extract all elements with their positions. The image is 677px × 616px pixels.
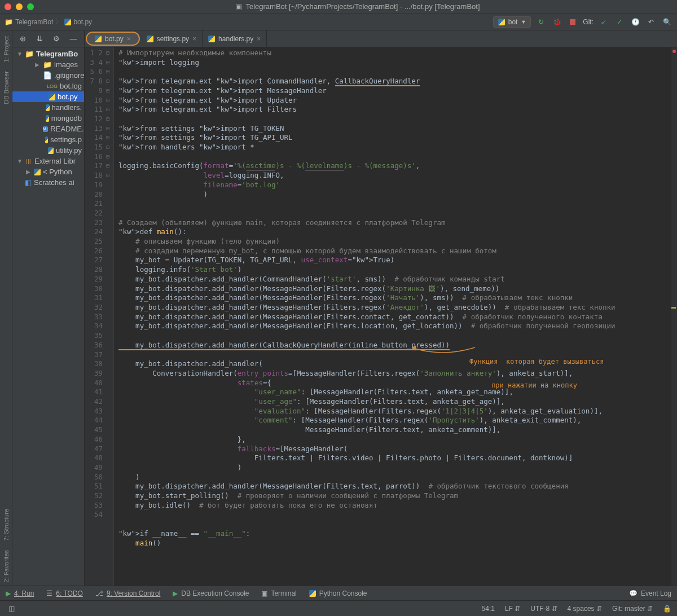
run-configuration-selector[interactable]: bot ▼ <box>493 16 531 28</box>
python-file-icon <box>64 19 71 25</box>
tree-python-env[interactable]: ▶ < Python <box>12 166 84 177</box>
vcs-history-button[interactable]: 🕐 <box>630 16 641 28</box>
structure-tool-tab[interactable]: 7: Structure <box>2 505 11 544</box>
debug-button[interactable]: 🐞 <box>551 16 562 28</box>
python-file-icon <box>208 36 215 42</box>
tree-external-libs[interactable]: ▼⫼ External Libr <box>12 156 84 166</box>
vcs-revert-button[interactable]: ↶ <box>645 16 657 28</box>
error-stripe[interactable] <box>671 47 677 586</box>
left-tool-gutter: 1: Project DB Browser 7: Structure 2: Fa… <box>0 30 12 586</box>
tool-python-console[interactable]: Python Console <box>309 589 367 597</box>
tool-db[interactable]: ▶DB Execution Console <box>173 589 249 597</box>
close-window-button[interactable] <box>5 3 11 10</box>
editor-body[interactable]: 1 2 3 4 5 6 7 8 9 10 11 12 13 14 15 16 1… <box>85 47 677 586</box>
close-tab-icon[interactable]: × <box>192 35 196 43</box>
locate-icon[interactable]: ⊕ <box>17 33 28 45</box>
settings-icon[interactable]: ⚙ <box>51 33 62 45</box>
tree-scratches[interactable]: ◧ Scratches ai <box>12 177 84 188</box>
tree-item[interactable]: 📄.gitignore <box>12 70 84 81</box>
editor-tab[interactable]: handlers.py× <box>203 30 267 47</box>
line-number-gutter: 1 2 3 4 5 6 7 8 9 10 11 12 13 14 15 16 1… <box>85 47 106 586</box>
breadcrumb-file[interactable]: bot.py <box>64 18 92 26</box>
code-annotation: Функция которая будет вызываться при наж… <box>469 342 599 405</box>
maximize-window-button[interactable] <box>27 3 34 10</box>
window-title: ▣ TelegramBot [~/PycharmProjects/Telegra… <box>43 2 672 11</box>
tool-event-log[interactable]: 💬Event Log <box>629 589 671 597</box>
breadcrumb-project[interactable]: 📁 TelegramBot <box>5 18 53 26</box>
tool-vcs[interactable]: ⎇9: Version Control <box>95 589 160 597</box>
vcs-commit-button[interactable]: ✓ <box>614 16 625 28</box>
python-file-icon <box>95 36 102 42</box>
status-caret-position[interactable]: 54:1 <box>482 605 495 613</box>
git-label: Git: <box>583 18 594 26</box>
tree-item[interactable]: mongodb <box>12 113 84 124</box>
close-tab-icon[interactable]: × <box>257 35 261 43</box>
tool-todo[interactable]: ☰6: TODO <box>46 589 83 597</box>
tree-toolbar: ⊕ ⇊ ⚙ — <box>12 30 84 47</box>
tree-item[interactable]: handlers. <box>12 102 84 113</box>
tree-root[interactable]: ▼📁 TelegramBo <box>12 49 84 59</box>
python-file-icon <box>147 36 153 42</box>
tree-item[interactable]: bot.py <box>12 91 84 102</box>
breadcrumb: 📁 TelegramBot 〉 bot.py <box>5 17 92 27</box>
collapse-icon[interactable]: ⇊ <box>34 33 45 45</box>
project-tree-panel: ⊕ ⇊ ⚙ — ▼📁 TelegramBo ▶📁images📄.gitignor… <box>12 30 85 586</box>
python-icon <box>498 19 505 25</box>
status-indent[interactable]: 4 spaces ⇵ <box>568 605 602 613</box>
vcs-update-button[interactable]: ↙ <box>598 16 609 28</box>
editor-tab[interactable]: settings.py× <box>141 30 203 47</box>
status-encoding[interactable]: UTF-8 ⇵ <box>530 605 557 613</box>
editor-tabs: bot.py×settings.py×handlers.py× <box>85 30 677 47</box>
status-windows-icon[interactable]: ◫ <box>6 603 17 614</box>
minimize-window-button[interactable] <box>16 3 23 10</box>
bottom-tool-bar: ▶4: Run ☰6: TODO ⎇9: Version Control ▶DB… <box>0 586 677 600</box>
tree-content: ▼📁 TelegramBo ▶📁images📄.gitignoreLOGbot.… <box>12 47 84 189</box>
tree-item[interactable]: ▶📁images <box>12 59 84 70</box>
search-everywhere-button[interactable]: 🔍 <box>661 16 672 28</box>
editor-tab[interactable]: bot.py× <box>86 32 140 46</box>
tree-item[interactable]: M↓README. <box>12 124 84 134</box>
tool-run[interactable]: ▶4: Run <box>6 589 34 597</box>
project-tool-tab[interactable]: 1: Project <box>2 33 11 65</box>
tree-item[interactable]: settings.p <box>12 134 84 145</box>
favorites-tool-tab[interactable]: 2: Favorites <box>2 547 11 586</box>
run-button[interactable]: ↻ <box>535 16 547 28</box>
status-line-separator[interactable]: LF ⇵ <box>505 605 520 613</box>
stop-button[interactable] <box>567 16 578 28</box>
editor-area: bot.py×settings.py×handlers.py× 1 2 3 4 … <box>85 30 677 586</box>
chevron-down-icon: ▼ <box>521 19 526 25</box>
close-tab-icon[interactable]: × <box>127 35 131 43</box>
db-browser-tool-tab[interactable]: DB Browser <box>2 68 11 108</box>
window-controls <box>5 3 34 10</box>
status-bar: ◫ 54:1 LF ⇵ UTF-8 ⇵ 4 spaces ⇵ Git: mast… <box>0 600 677 616</box>
tree-item[interactable]: LOGbot.log <box>12 81 84 91</box>
status-git-branch[interactable]: Git: master ⇵ <box>612 605 653 613</box>
breadcrumb-separator: 〉 <box>55 17 62 27</box>
folder-icon: 📁 <box>5 18 13 26</box>
title-bar: ▣ TelegramBot [~/PycharmProjects/Telegra… <box>0 0 677 14</box>
navigation-bar: 📁 TelegramBot 〉 bot.py bot ▼ ↻ 🐞 Git: ↙ … <box>0 14 677 30</box>
fold-gutter: ⊟ ⊟ ⊟ ⊟ ⊟ ⊟ ⊟ ⊟ ⊟ ⊟ ⊟ ⊟ ⊟ ⊟ <box>106 47 114 586</box>
hide-icon[interactable]: — <box>68 33 79 45</box>
code-editor[interactable]: # Импортируем необходимые компоненты "kw… <box>114 47 677 586</box>
app-icon: ▣ <box>235 2 242 11</box>
status-lock-icon[interactable]: 🔒 <box>663 605 671 613</box>
tool-terminal[interactable]: ▣Terminal <box>261 589 296 597</box>
tree-item[interactable]: utility.py <box>12 145 84 156</box>
